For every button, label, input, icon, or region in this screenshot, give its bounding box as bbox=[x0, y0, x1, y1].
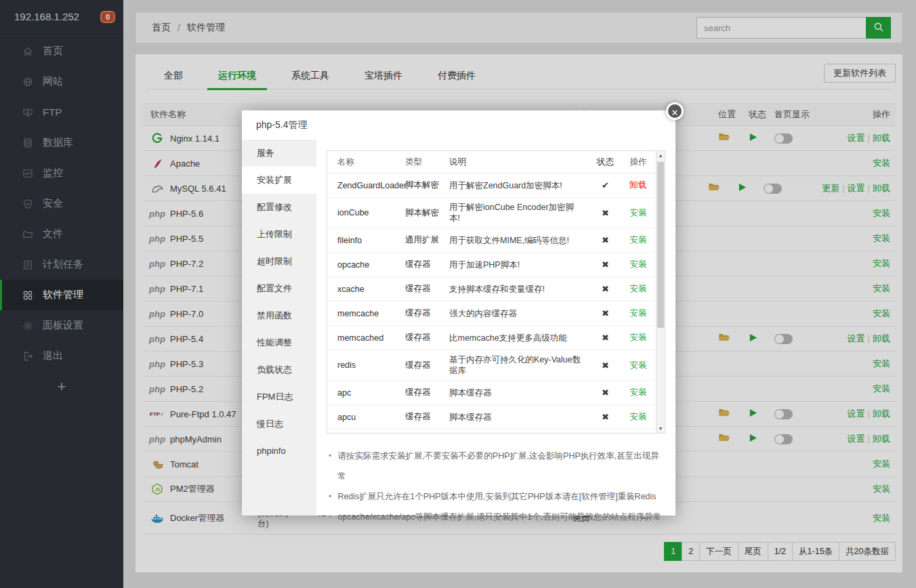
install-link[interactable]: 安装 bbox=[630, 308, 647, 318]
extension-action-cell: 安装 bbox=[621, 387, 656, 398]
modal-body: 名称类型说明状态操作ZendGuardLoader脚本解密用于解密ZendGua… bbox=[316, 140, 675, 516]
install-link[interactable]: 安装 bbox=[630, 284, 647, 293]
extension-desc: 用于获取文件MIME,编码等信息! bbox=[449, 235, 590, 246]
extension-name: xcache bbox=[327, 285, 405, 294]
extension-name: apcu bbox=[327, 413, 405, 422]
not-installed-cross-icon: ✖ bbox=[602, 208, 609, 218]
not-installed-cross-icon: ✖ bbox=[602, 412, 609, 422]
note-text: Redis扩展只允许在1个PHP版本中使用,安装到其它PHP版本请在[软件管理]… bbox=[337, 486, 656, 507]
extension-table-header: 名称类型说明状态操作 bbox=[327, 151, 656, 173]
modal-menu-item-performance[interactable]: 性能调整 bbox=[242, 329, 316, 356]
extension-row-fileinfo: fileinfo通用扩展用于获取文件MIME,编码等信息!✖安装 bbox=[327, 228, 656, 253]
extension-type: 缓存器 bbox=[405, 387, 449, 398]
install-link[interactable]: 安装 bbox=[630, 360, 647, 370]
extension-row-ioncube: ionCube脚本解密用于解密ionCube Encoder加密脚本!✖安装 bbox=[327, 198, 656, 228]
extension-row-redis: redis缓存器基于内存亦可持久化的Key-Value数据库✖安装 bbox=[327, 350, 656, 381]
extension-name: ZendGuardLoader bbox=[327, 181, 405, 190]
uninstall-link[interactable]: 卸载 bbox=[630, 180, 647, 190]
modal-menu-item-timeout-limit[interactable]: 超时限制 bbox=[242, 248, 316, 275]
extension-status-cell: ✖ bbox=[590, 387, 621, 398]
extension-desc: 脚本缓存器 bbox=[449, 387, 590, 398]
modal-menu-item-config-edit[interactable]: 配置修改 bbox=[242, 194, 316, 221]
extension-row-memcached: memcached缓存器比memcache支持更多高级功能✖安装 bbox=[327, 326, 656, 350]
install-link[interactable]: 安装 bbox=[630, 235, 647, 245]
modal-menu-item-service[interactable]: 服务 bbox=[242, 140, 316, 167]
extension-action-cell: 安装 bbox=[621, 234, 656, 246]
extension-name: redis bbox=[327, 360, 405, 370]
modal-menu-item-upload-limit[interactable]: 上传限制 bbox=[242, 221, 316, 248]
extension-table: 名称类型说明状态操作ZendGuardLoader脚本解密用于解密ZendGua… bbox=[327, 151, 656, 433]
not-installed-cross-icon: ✖ bbox=[602, 284, 609, 294]
modal-menu-item-config-file[interactable]: 配置文件 bbox=[242, 275, 316, 302]
modal-menu: 服务安装扩展配置修改上传限制超时限制配置文件禁用函数性能调整负载状态FPM日志慢… bbox=[242, 140, 316, 516]
not-installed-cross-icon: ✖ bbox=[602, 360, 609, 371]
extension-desc: 用于解密ionCube Encoder加密脚本! bbox=[449, 202, 590, 224]
extension-name: fileinfo bbox=[327, 236, 405, 245]
scroll-up-icon[interactable]: ▲ bbox=[657, 153, 665, 158]
modal-title: php-5.4管理 bbox=[242, 110, 675, 140]
extension-desc: 用于加速PHP脚本! bbox=[449, 259, 590, 270]
scroll-down-icon[interactable]: ▼ bbox=[657, 426, 665, 431]
not-installed-cross-icon: ✖ bbox=[602, 333, 609, 343]
extension-type: 缓存器 bbox=[405, 283, 449, 295]
extension-action-cell: 安装 bbox=[621, 360, 656, 371]
extension-row-xcache: xcache缓存器支持脚本缓存和变量缓存!✖安装 bbox=[327, 277, 656, 301]
not-installed-cross-icon: ✖ bbox=[602, 235, 609, 245]
close-icon[interactable]: ✕ bbox=[666, 102, 684, 120]
modal-menu-item-disabled-functions[interactable]: 禁用函数 bbox=[242, 302, 316, 329]
extension-action-cell: 安装 bbox=[621, 332, 656, 343]
install-link[interactable]: 安装 bbox=[630, 333, 647, 342]
installed-check-icon: ✔ bbox=[602, 180, 609, 190]
extension-name: ionCube bbox=[327, 208, 405, 217]
extension-name: apc bbox=[327, 388, 405, 398]
extension-desc: 用于解密ZendGuard加密脚本! bbox=[449, 180, 590, 191]
extension-notes: •请按实际需求安装扩展,不要安装不必要的PHP扩展,这会影响PHP执行效率,甚至… bbox=[329, 446, 667, 527]
extension-type: 缓存器 bbox=[405, 308, 449, 319]
extension-desc: 支持脚本缓存和变量缓存! bbox=[449, 284, 590, 295]
extension-name: opcache bbox=[327, 260, 405, 270]
extension-row-apc: apc缓存器脚本缓存器✖安装 bbox=[327, 381, 656, 405]
extension-row-apcu: apcu缓存器脚本缓存器✖安装 bbox=[327, 405, 656, 429]
extension-status-cell: ✖ bbox=[590, 259, 621, 270]
extension-row-zendguardloader: ZendGuardLoader脚本解密用于解密ZendGuard加密脚本!✔卸载 bbox=[327, 173, 656, 198]
modal-menu-item-load-status[interactable]: 负载状态 bbox=[242, 356, 316, 383]
ext-column-header-status: 状态 bbox=[590, 156, 621, 168]
extension-desc: 基于内存亦可持久化的Key-Value数据库 bbox=[449, 354, 590, 376]
extension-action-cell: 卸载 bbox=[621, 180, 656, 191]
not-installed-cross-icon: ✖ bbox=[602, 259, 609, 270]
extension-status-cell: ✖ bbox=[590, 308, 621, 318]
extension-status-cell: ✖ bbox=[590, 360, 621, 371]
modal-menu-item-phpinfo[interactable]: phpinfo bbox=[242, 438, 316, 465]
bullet-icon: • bbox=[329, 446, 331, 486]
ext-column-header-desc: 说明 bbox=[449, 156, 590, 167]
extension-table-container: 名称类型说明状态操作ZendGuardLoader脚本解密用于解密ZendGua… bbox=[327, 150, 665, 434]
extension-action-cell: 安装 bbox=[621, 259, 656, 270]
note-text: 请按实际需求安装扩展,不要安装不必要的PHP扩展,这会影响PHP执行效率,甚至出… bbox=[337, 446, 667, 486]
install-link[interactable]: 安装 bbox=[630, 259, 647, 269]
ext-column-header-action: 操作 bbox=[621, 156, 656, 168]
extension-action-cell: 安装 bbox=[621, 207, 656, 219]
modal-menu-item-fpm-log[interactable]: FPM日志 bbox=[242, 383, 316, 411]
extension-status-cell: ✖ bbox=[590, 235, 621, 245]
modal-menu-item-slow-log[interactable]: 慢日志 bbox=[242, 411, 316, 438]
extension-row-opcache: opcache缓存器用于加速PHP脚本!✖安装 bbox=[327, 253, 656, 277]
extension-status-cell: ✖ bbox=[590, 333, 621, 343]
note-text: opcache/xcache/apc等脚本缓存扩展,请只安装其中1个,否则可能导… bbox=[337, 507, 661, 527]
extension-status-cell: ✖ bbox=[590, 208, 621, 218]
install-link[interactable]: 安装 bbox=[630, 208, 647, 217]
extension-type: 通用扩展 bbox=[405, 234, 449, 246]
install-link[interactable]: 安装 bbox=[630, 412, 647, 421]
extension-type: 脚本解密 bbox=[405, 207, 449, 219]
extension-name: memcached bbox=[327, 333, 405, 343]
modal-menu-item-install-extensions[interactable]: 安装扩展 bbox=[242, 167, 316, 194]
scrollbar-thumb[interactable] bbox=[657, 162, 664, 328]
bullet-icon: • bbox=[329, 507, 331, 527]
ext-column-header-type: 类型 bbox=[405, 156, 449, 168]
extension-action-cell: 安装 bbox=[621, 283, 656, 295]
extension-type: 缓存器 bbox=[405, 411, 449, 423]
php54-manage-modal: ✕ php-5.4管理 服务安装扩展配置修改上传限制超时限制配置文件禁用函数性能… bbox=[242, 110, 675, 516]
not-installed-cross-icon: ✖ bbox=[602, 387, 609, 398]
extension-desc: 强大的内容缓存器 bbox=[449, 308, 590, 319]
install-link[interactable]: 安装 bbox=[630, 387, 647, 397]
extension-type: 脚本解密 bbox=[405, 180, 449, 191]
